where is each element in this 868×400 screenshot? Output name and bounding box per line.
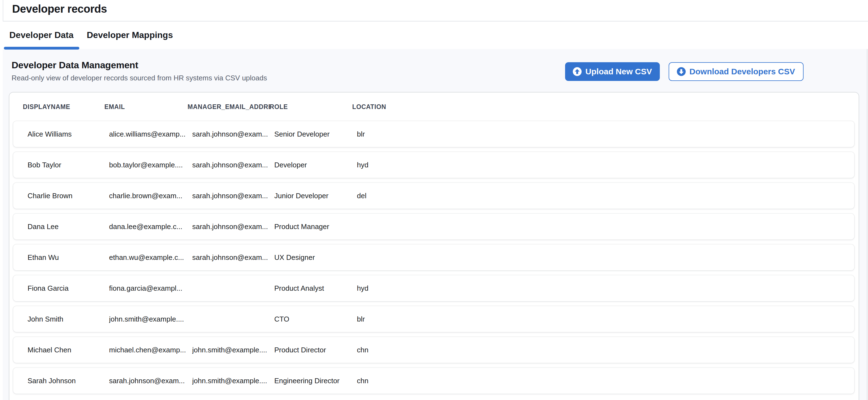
cell-location: chn <box>357 346 854 354</box>
cell-email: ethan.wu@example.c... <box>109 253 192 261</box>
cell-role: Product Director <box>274 346 357 354</box>
upload-new-csv-button[interactable]: Upload New CSV <box>565 62 660 81</box>
cell-displayname: Ethan Wu <box>28 253 109 261</box>
section-heading: Developer Data Management <box>11 60 267 71</box>
column-header-role: ROLE <box>270 103 352 110</box>
cell-email: sarah.johnson@exam... <box>109 377 192 385</box>
section-header: Developer Data Management Read-only view… <box>3 49 867 92</box>
cell-displayname: Sarah Johnson <box>28 377 109 385</box>
circle-arrow-down-icon <box>677 67 686 76</box>
circle-arrow-up-icon <box>573 67 582 76</box>
column-header-email: EMAIL <box>104 103 188 110</box>
table-row: Charlie Brown charlie.brown@exam... sara… <box>13 183 854 209</box>
cell-email: michael.chen@examp... <box>109 346 192 354</box>
cell-email: fiona.garcia@exampl... <box>109 284 192 293</box>
cell-role: Junior Developer <box>274 192 357 200</box>
left-edge-divider <box>3 0 3 21</box>
cell-displayname: Michael Chen <box>28 346 109 354</box>
cell-displayname: Charlie Brown <box>28 192 109 200</box>
cell-displayname: Fiona Garcia <box>28 284 109 293</box>
table-row: John Smith john.smith@example.... CTO bl… <box>13 306 854 332</box>
active-tab-indicator <box>4 47 79 49</box>
table-body: Alice Williams alice.williams@examp... s… <box>9 121 858 394</box>
cell-email: alice.williams@examp... <box>109 130 192 138</box>
cell-role: Product Manager <box>274 222 357 231</box>
cell-manager-email: sarah.johnson@exam... <box>192 253 274 261</box>
tab-developer-mappings-label: Developer Mappings <box>87 30 173 40</box>
developer-records-table: DISPLAYNAME EMAIL MANAGER_EMAIL_ADDRE...… <box>8 92 859 400</box>
cell-email: dana.lee@example.c... <box>109 222 192 231</box>
cell-role: Developer <box>274 161 357 169</box>
upload-new-csv-label: Upload New CSV <box>585 67 652 76</box>
cell-email: bob.taylor@example.... <box>109 161 192 169</box>
cell-manager-email: john.smith@example.... <box>192 346 274 354</box>
page-title: Developer records <box>3 3 107 18</box>
cell-manager-email: sarah.johnson@exam... <box>192 130 274 138</box>
cell-location: chn <box>357 377 854 385</box>
section-description: Read-only view of developer records sour… <box>11 73 267 82</box>
download-developers-csv-label: Download Developers CSV <box>689 67 795 76</box>
tab-bar: Developer Data Developer Mappings <box>3 21 868 49</box>
cell-email: john.smith@example.... <box>109 315 192 323</box>
table-row: Fiona Garcia fiona.garcia@exampl... Prod… <box>13 275 854 301</box>
cell-displayname: Dana Lee <box>28 222 109 231</box>
cell-role: Product Analyst <box>274 284 357 293</box>
cell-displayname: Alice Williams <box>28 130 109 138</box>
tab-developer-data[interactable]: Developer Data <box>4 21 79 49</box>
csv-action-buttons: Upload New CSV Download Developers CSV <box>565 62 803 81</box>
table-row: Dana Lee dana.lee@example.c... sarah.joh… <box>13 214 854 240</box>
column-header-manager-email: MANAGER_EMAIL_ADDRE... <box>188 103 270 110</box>
column-header-location: LOCATION <box>352 103 858 110</box>
cell-manager-email: sarah.johnson@exam... <box>192 161 274 169</box>
cell-manager-email: sarah.johnson@exam... <box>192 222 274 231</box>
cell-manager-email: john.smith@example.... <box>192 377 274 385</box>
table-row: Bob Taylor bob.taylor@example.... sarah.… <box>13 152 854 178</box>
cell-location: del <box>357 192 854 200</box>
cell-displayname: Bob Taylor <box>28 161 109 169</box>
cell-role: UX Designer <box>274 253 357 261</box>
page-header: Developer records <box>3 0 868 21</box>
column-header-displayname: DISPLAYNAME <box>23 103 104 110</box>
table-row: Michael Chen michael.chen@examp... john.… <box>13 337 854 363</box>
cell-role: CTO <box>274 315 357 323</box>
developer-data-tab-panel: Developer Data Management Read-only view… <box>3 49 867 400</box>
cell-location: blr <box>357 130 854 138</box>
table-row: Ethan Wu ethan.wu@example.c... sarah.joh… <box>13 244 854 270</box>
tab-developer-mappings[interactable]: Developer Mappings <box>81 21 179 49</box>
table-row: Sarah Johnson sarah.johnson@exam... john… <box>13 368 854 394</box>
cell-location: hyd <box>357 284 854 293</box>
tab-developer-data-label: Developer Data <box>9 30 73 40</box>
table-header-row: DISPLAYNAME EMAIL MANAGER_EMAIL_ADDRE...… <box>9 92 858 121</box>
cell-email: charlie.brown@exam... <box>109 192 192 200</box>
cell-displayname: John Smith <box>28 315 109 323</box>
cell-location: blr <box>357 315 854 323</box>
download-developers-csv-button[interactable]: Download Developers CSV <box>669 62 803 81</box>
table-row: Alice Williams alice.williams@examp... s… <box>13 121 854 147</box>
cell-manager-email: sarah.johnson@exam... <box>192 192 274 200</box>
cell-role: Senior Developer <box>274 130 357 138</box>
cell-location: hyd <box>357 161 854 169</box>
cell-role: Engineering Director <box>274 377 357 385</box>
